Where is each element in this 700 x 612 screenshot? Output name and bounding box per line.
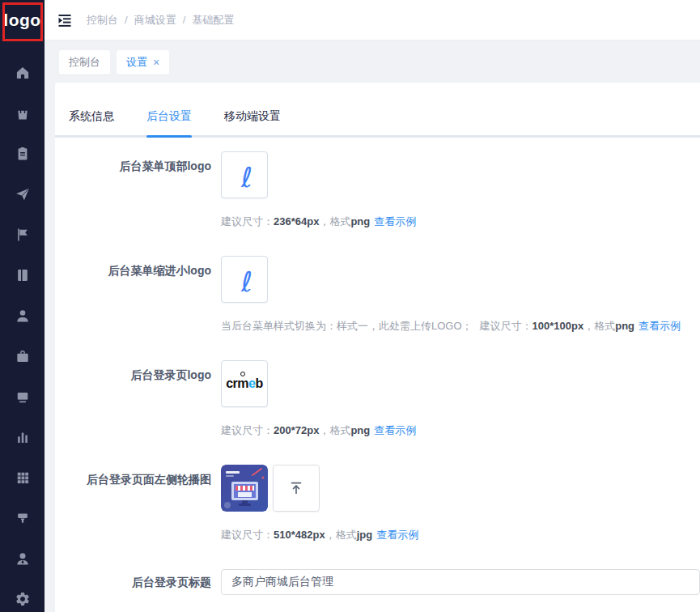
collapse-menu-button[interactable] — [57, 12, 73, 28]
upload-box-menu-small-logo[interactable]: ℓ — [221, 256, 268, 303]
sidebar-item-statistics[interactable] — [0, 417, 45, 457]
opened-pages-tabbar: 控制台 设置 × — [45, 41, 700, 83]
tab-system-info[interactable]: 系统信息 — [69, 109, 114, 135]
upload-box-login-logo[interactable]: crmeb — [221, 360, 268, 407]
user-group-icon — [15, 550, 31, 567]
hint-size: 236*64px — [274, 215, 319, 227]
sidebar: logo — [0, 0, 45, 612]
breadcrumb-separator: / — [183, 14, 186, 26]
form-row-login-logo: 后台登录页logo crmeb 建议尺寸：200*72px，格式png查看示例 — [55, 360, 700, 438]
page-tab-settings[interactable]: 设置 × — [117, 50, 169, 74]
sidebar-item-products[interactable] — [0, 93, 45, 134]
logo-mark: ℓ — [241, 268, 252, 295]
hint-size: 100*100px — [532, 320, 584, 332]
hint-format: png — [350, 215, 370, 227]
hint-precondition: 当后台菜单样式切换为：样式一，此处需上传LOGO； — [221, 320, 473, 332]
brush-icon — [15, 510, 31, 526]
field-label: 后台登录页面左侧轮播图 — [55, 465, 221, 542]
hint-format: png — [350, 424, 370, 436]
sidebar-item-settings[interactable] — [0, 579, 45, 612]
sidebar-item-staff[interactable] — [0, 538, 45, 579]
close-icon[interactable]: × — [153, 57, 159, 68]
hint-size: 510*482px — [274, 529, 325, 541]
bar-chart-icon — [15, 429, 31, 445]
sidebar-item-apps[interactable] — [0, 457, 45, 498]
view-example-link[interactable]: 查看示例 — [638, 320, 681, 332]
hint-text: ，格式 — [319, 424, 350, 436]
user-icon — [15, 308, 31, 324]
page-tab-label: 控制台 — [69, 50, 100, 74]
bag-icon — [15, 105, 31, 121]
breadcrumb-separator: / — [125, 14, 128, 26]
sidebar-item-promotion[interactable] — [0, 174, 45, 215]
gear-icon — [15, 591, 31, 607]
sidebar-item-orders[interactable] — [0, 134, 45, 174]
page-tab-console[interactable]: 控制台 — [59, 50, 110, 74]
sidebar-item-store[interactable] — [0, 376, 45, 417]
app-logo: logo — [0, 0, 45, 40]
clipboard-icon — [15, 146, 31, 162]
hint-text: ，格式 — [319, 215, 350, 227]
carousel-illustration — [221, 465, 268, 512]
logo-mark: ℓ — [241, 164, 252, 191]
breadcrumb-item-mall-settings[interactable]: 商城设置 — [134, 13, 176, 28]
book-icon — [15, 267, 31, 283]
sidebar-nav — [0, 53, 45, 612]
settings-card: 系统信息 后台设置 移动端设置 后台菜单顶部logo ℓ 建议尺寸：236*64… — [55, 83, 700, 612]
view-example-link[interactable]: 查看示例 — [374, 215, 416, 227]
hint-text: ，格式 — [583, 320, 615, 332]
hint-text: 建议尺寸： — [480, 320, 532, 332]
sidebar-item-users[interactable] — [0, 295, 45, 336]
tab-mobile-settings[interactable]: 移动端设置 — [224, 109, 281, 135]
field-hint: 建议尺寸：510*482px，格式jpg查看示例 — [221, 528, 700, 542]
page-tab-label: 设置 — [126, 50, 147, 74]
carousel-thumbnail[interactable] — [221, 465, 268, 512]
login-title-input[interactable] — [221, 569, 700, 595]
breadcrumb-item-console[interactable]: 控制台 — [87, 13, 118, 28]
crmeb-logo-e: e — [248, 376, 255, 391]
top-header: 控制台 / 商城设置 / 基础配置 — [45, 0, 700, 40]
breadcrumb: 控制台 / 商城设置 / 基础配置 — [87, 13, 234, 28]
home-icon — [15, 65, 31, 81]
field-label: 后台登录页标题 — [55, 569, 221, 595]
grid-icon — [15, 470, 31, 486]
field-label: 后台菜单缩进小logo — [55, 256, 221, 334]
sidebar-item-decoration[interactable] — [0, 498, 45, 538]
crmeb-logo-m: m — [237, 376, 248, 391]
admin-settings-form: 后台菜单顶部logo ℓ 建议尺寸：236*64px，格式png查看示例 后台菜… — [55, 138, 700, 595]
kiosk-icon — [15, 389, 31, 405]
breadcrumb-item-basic-config: 基础配置 — [192, 13, 234, 28]
sidebar-item-marketing[interactable] — [0, 215, 45, 255]
field-hint: 建议尺寸：200*72px，格式png查看示例 — [221, 423, 700, 438]
hint-text: ，格式 — [325, 529, 357, 541]
crmeb-logo: crmeb — [226, 376, 263, 391]
field-hint: 建议尺寸：236*64px，格式png查看示例 — [221, 215, 700, 229]
hint-size: 200*72px — [274, 424, 319, 436]
crmeb-logo-letters: cr — [226, 376, 237, 391]
flag-icon — [15, 227, 31, 243]
sidebar-item-articles[interactable] — [0, 255, 45, 295]
tab-admin-settings[interactable]: 后台设置 — [146, 109, 192, 135]
crmeb-logo-b: b — [255, 376, 262, 391]
view-example-link[interactable]: 查看示例 — [374, 424, 416, 436]
field-label: 后台登录页logo — [55, 360, 221, 438]
send-icon — [15, 186, 31, 202]
briefcase-icon — [15, 348, 31, 364]
upload-icon — [287, 479, 305, 497]
form-row-menu-top-logo: 后台菜单顶部logo ℓ 建议尺寸：236*64px，格式png查看示例 — [55, 151, 700, 229]
upload-box-menu-top-logo[interactable]: ℓ — [221, 151, 268, 198]
settings-tabs: 系统信息 后台设置 移动端设置 — [55, 83, 700, 138]
hint-text: 建议尺寸： — [221, 424, 274, 436]
view-example-link[interactable]: 查看示例 — [376, 529, 418, 541]
sidebar-item-home[interactable] — [0, 53, 45, 93]
menu-fold-icon — [57, 12, 73, 28]
form-row-menu-small-logo: 后台菜单缩进小logo ℓ 当后台菜单样式切换为：样式一，此处需上传LOGO；建… — [55, 256, 700, 334]
upload-button[interactable] — [273, 465, 320, 512]
hint-format: png — [615, 320, 634, 332]
hint-format: jpg — [357, 529, 373, 541]
field-hint: 当后台菜单样式切换为：样式一，此处需上传LOGO；建议尺寸：100*100px，… — [221, 319, 700, 334]
form-row-login-carousel: 后台登录页面左侧轮播图 — [55, 465, 700, 542]
hint-text: 建议尺寸： — [221, 215, 274, 227]
sidebar-item-merchants[interactable] — [0, 336, 45, 376]
form-row-login-title: 后台登录页标题 — [55, 569, 700, 595]
